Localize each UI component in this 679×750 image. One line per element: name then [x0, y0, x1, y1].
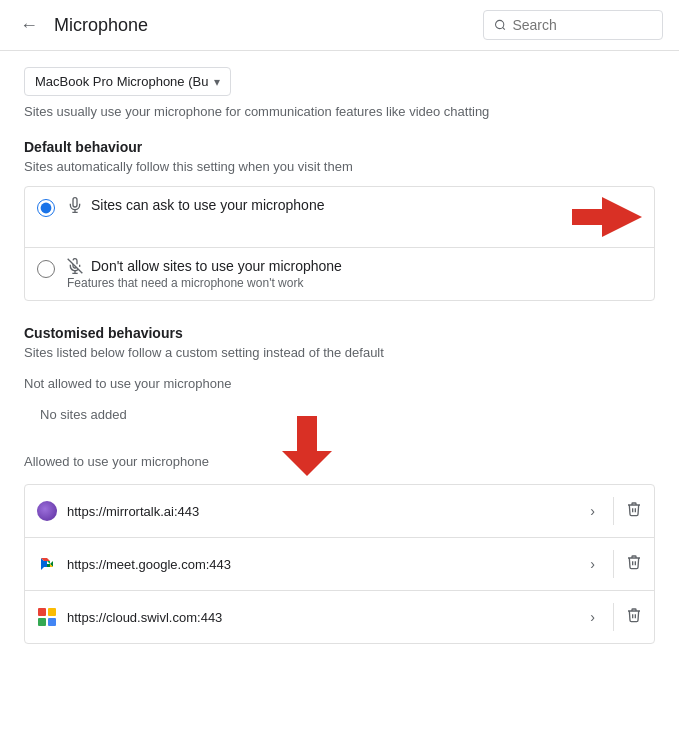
site-row-swivl[interactable]: https://cloud.swivl.com:443 ›	[25, 591, 654, 643]
allowed-label-text: Allowed to use your microphone	[24, 454, 209, 469]
svg-rect-12	[48, 608, 56, 616]
svg-marker-4	[572, 197, 642, 237]
radio-allow-label: Sites can ask to use your microphone	[91, 197, 324, 213]
svg-point-0	[496, 20, 504, 28]
favicon-meet	[37, 554, 57, 574]
back-button[interactable]: ←	[16, 11, 42, 40]
default-behaviour-subtitle: Sites automatically follow this setting …	[24, 159, 655, 174]
radio-deny-label: Don't allow sites to use your microphone	[91, 258, 342, 274]
favicon-swivl	[37, 607, 57, 627]
svg-marker-8	[282, 416, 332, 476]
delete-button-mirrortalk[interactable]	[613, 497, 654, 525]
site-url-meet: https://meet.google.com:443	[67, 557, 572, 572]
radio-option-deny[interactable]: Don't allow sites to use your microphone…	[25, 248, 654, 300]
favicon-mirrortalk	[37, 501, 57, 521]
radio-deny-input[interactable]	[37, 260, 55, 278]
page-header: ← Microphone	[0, 0, 679, 51]
red-arrow-down-icon	[277, 416, 357, 476]
microphone-dropdown[interactable]: MacBook Pro Microphone (Bu ▾	[24, 67, 231, 96]
search-input[interactable]	[512, 17, 652, 33]
svg-rect-14	[48, 618, 56, 626]
radio-deny-description: Features that need a microphone won't wo…	[67, 276, 642, 290]
site-row-meet[interactable]: https://meet.google.com:443 ›	[25, 538, 654, 591]
chevron-right-icon-mirrortalk[interactable]: ›	[582, 499, 603, 523]
radio-allow-input[interactable]	[37, 199, 55, 217]
dropdown-value: MacBook Pro Microphone (Bu	[35, 74, 208, 89]
chevron-right-icon-meet[interactable]: ›	[582, 552, 603, 576]
microphone-description: Sites usually use your microphone for co…	[24, 104, 655, 119]
main-content: MacBook Pro Microphone (Bu ▾ Sites usual…	[0, 51, 679, 660]
svg-rect-10	[44, 561, 47, 567]
delete-button-meet[interactable]	[613, 550, 654, 578]
page-title: Microphone	[54, 15, 471, 36]
microphone-off-icon	[67, 258, 83, 274]
dropdown-arrow-icon: ▾	[214, 75, 220, 89]
allowed-sites-list: https://mirrortalk.ai:443 ›	[24, 484, 655, 644]
default-behaviour-title: Default behaviour	[24, 139, 655, 155]
site-row-mirrortalk[interactable]: https://mirrortalk.ai:443 ›	[25, 485, 654, 538]
customised-behaviours-section: Customised behaviours Sites listed below…	[24, 325, 655, 644]
site-url-swivl: https://cloud.swivl.com:443	[67, 610, 572, 625]
radio-deny-content: Don't allow sites to use your microphone…	[67, 258, 642, 290]
svg-rect-13	[38, 618, 46, 626]
site-url-mirrortalk: https://mirrortalk.ai:443	[67, 504, 572, 519]
customised-behaviours-title: Customised behaviours	[24, 325, 655, 341]
red-arrow-right-icon	[572, 197, 642, 237]
radio-group: Sites can ask to use your microphone	[24, 186, 655, 301]
radio-deny-label-row: Don't allow sites to use your microphone	[67, 258, 642, 274]
not-allowed-label: Not allowed to use your microphone	[24, 376, 655, 391]
search-icon	[494, 18, 506, 32]
microphone-icon	[67, 197, 83, 213]
radio-allow-label-row: Sites can ask to use your microphone	[67, 197, 560, 213]
delete-button-swivl[interactable]	[613, 603, 654, 631]
customised-behaviours-subtitle: Sites listed below follow a custom setti…	[24, 345, 655, 360]
radio-option-allow[interactable]: Sites can ask to use your microphone	[25, 187, 654, 248]
red-arrow-right-container	[572, 197, 642, 237]
radio-allow-content: Sites can ask to use your microphone	[67, 197, 560, 213]
svg-line-1	[503, 27, 505, 29]
chevron-right-icon-swivl[interactable]: ›	[582, 605, 603, 629]
svg-rect-11	[38, 608, 46, 616]
search-box	[483, 10, 663, 40]
allowed-label-row: Allowed to use your microphone	[24, 446, 655, 476]
